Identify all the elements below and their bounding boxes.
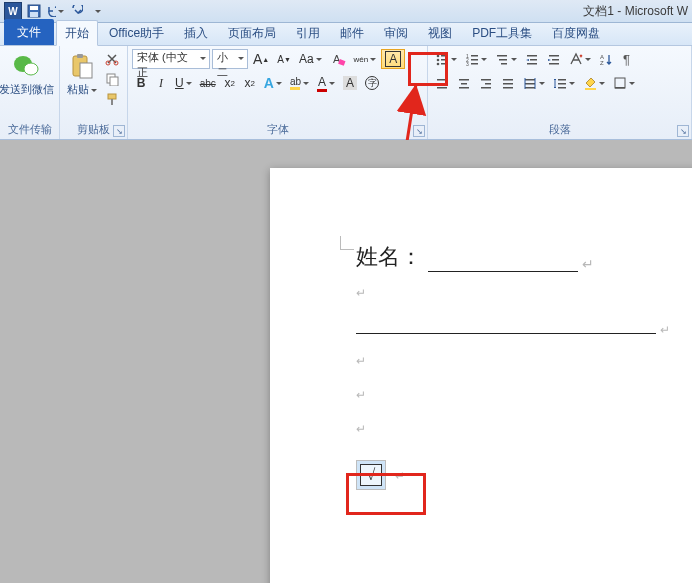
name-label: 姓名： <box>356 242 422 272</box>
align-right-button[interactable] <box>476 73 496 93</box>
multilevel-list-button[interactable] <box>492 49 520 69</box>
svg-rect-2 <box>30 12 38 17</box>
sort-button[interactable]: AZ <box>596 49 616 69</box>
svg-rect-32 <box>530 59 537 61</box>
svg-rect-46 <box>481 79 491 81</box>
superscript-button[interactable]: x2 <box>241 73 259 93</box>
font-color-button[interactable]: A <box>314 73 338 93</box>
svg-rect-47 <box>485 83 491 85</box>
tab-pdf-tools[interactable]: PDF工具集 <box>463 20 541 45</box>
phonetic-guide-button[interactable]: wén <box>351 49 380 69</box>
svg-rect-7 <box>80 63 92 78</box>
align-distribute-button[interactable] <box>520 73 548 93</box>
show-marks-button[interactable]: ¶ <box>618 49 638 69</box>
copy-button[interactable] <box>102 69 122 89</box>
underline-button[interactable]: U <box>172 73 195 93</box>
svg-rect-30 <box>501 63 507 65</box>
character-border-button[interactable]: A <box>381 49 405 69</box>
highlight-color-button[interactable]: ab <box>287 73 312 93</box>
tab-review[interactable]: 审阅 <box>375 20 417 45</box>
shrink-font-button[interactable]: A▼ <box>274 49 294 69</box>
numbering-button[interactable]: 123 <box>462 49 490 69</box>
svg-rect-51 <box>503 87 513 89</box>
rule-line: ↵ <box>356 320 692 340</box>
svg-rect-25 <box>471 59 478 61</box>
tab-mailings[interactable]: 邮件 <box>331 20 373 45</box>
svg-rect-59 <box>615 78 625 88</box>
shading-button[interactable] <box>580 73 608 93</box>
document-page[interactable]: 姓名： ↵ ↵ ↵ ↵ ↵ ↵ √ ↵ <box>270 168 692 583</box>
tab-office-assistant[interactable]: Office助手 <box>100 20 173 45</box>
svg-rect-34 <box>549 55 559 57</box>
quick-access-toolbar: W <box>0 2 106 20</box>
svg-point-20 <box>437 63 440 66</box>
svg-rect-42 <box>437 87 447 89</box>
qat-customize-icon[interactable] <box>88 2 106 20</box>
font-size-dropdown[interactable]: 小二 <box>212 49 248 69</box>
group-file-transfer: 发送到微信 文件传输 <box>0 46 60 139</box>
align-center-button[interactable] <box>454 73 474 93</box>
svg-rect-41 <box>437 83 443 85</box>
brush-icon <box>105 92 119 106</box>
svg-point-18 <box>437 59 440 62</box>
tab-insert[interactable]: 插入 <box>175 20 217 45</box>
content-control-checkbox[interactable]: √ <box>356 460 386 490</box>
svg-point-16 <box>437 55 440 58</box>
format-painter-button[interactable] <box>102 89 122 109</box>
pilcrow-icon: ¶ <box>621 52 635 66</box>
inc-indent-icon <box>547 52 561 66</box>
strikethrough-button[interactable]: abc <box>197 73 219 93</box>
change-case-button[interactable]: Aa <box>296 49 325 69</box>
clipboard-launcher[interactable]: ↘ <box>113 125 125 137</box>
grow-font-button[interactable]: A▲ <box>250 49 272 69</box>
line-spacing-button[interactable] <box>550 73 578 93</box>
svg-rect-48 <box>481 87 491 89</box>
svg-rect-54 <box>525 87 535 89</box>
align-justify-button[interactable] <box>498 73 518 93</box>
tab-page-layout[interactable]: 页面布局 <box>219 20 285 45</box>
borders-button[interactable] <box>610 73 638 93</box>
document-workspace: 姓名： ↵ ↵ ↵ ↵ ↵ ↵ √ ↵ <box>0 140 692 583</box>
font-name-dropdown[interactable]: 宋体 (中文正 <box>132 49 210 69</box>
bullets-button[interactable] <box>432 49 460 69</box>
tab-view[interactable]: 视图 <box>419 20 461 45</box>
asian-layout-button[interactable] <box>566 49 594 69</box>
line-name: 姓名： ↵ <box>356 242 692 272</box>
save-icon[interactable] <box>25 2 43 20</box>
svg-rect-31 <box>527 55 537 57</box>
tab-references[interactable]: 引用 <box>287 20 329 45</box>
align-left-button[interactable] <box>432 73 452 93</box>
group-clipboard: 粘贴 剪贴板 ↘ <box>60 46 128 139</box>
svg-text:Z: Z <box>600 60 604 66</box>
paragraph-launcher[interactable]: ↘ <box>677 125 689 137</box>
svg-rect-13 <box>111 99 113 105</box>
empty-para-3: ↵ <box>356 388 692 408</box>
clear-formatting-button[interactable]: A <box>327 49 349 69</box>
empty-para-4: ↵ <box>356 422 692 442</box>
group-label-paragraph: 段落 <box>432 121 687 139</box>
tab-home[interactable]: 开始 <box>56 20 98 46</box>
font-launcher[interactable]: ↘ <box>413 125 425 137</box>
increase-indent-button[interactable] <box>544 49 564 69</box>
svg-rect-1 <box>30 6 38 10</box>
redo-icon[interactable] <box>67 2 85 20</box>
borders-icon <box>613 76 627 90</box>
send-to-wechat-button[interactable]: 发送到微信 <box>4 49 48 100</box>
empty-para-2: ↵ <box>356 354 692 374</box>
italic-button[interactable]: I <box>152 73 170 93</box>
svg-rect-57 <box>558 87 566 89</box>
enclose-characters-button[interactable]: 字 <box>362 73 382 93</box>
app-icon[interactable]: W <box>4 2 22 20</box>
svg-rect-43 <box>459 79 469 81</box>
text-effects-button[interactable]: A <box>261 73 285 93</box>
tab-baidu-netdisk[interactable]: 百度网盘 <box>543 20 609 45</box>
cut-button[interactable] <box>102 49 122 69</box>
decrease-indent-button[interactable] <box>522 49 542 69</box>
paste-button[interactable]: 粘贴 <box>64 49 100 100</box>
svg-rect-21 <box>441 63 448 65</box>
svg-rect-6 <box>77 54 83 58</box>
copy-icon <box>105 72 119 86</box>
undo-icon[interactable] <box>46 2 64 20</box>
tab-file[interactable]: 文件 <box>4 19 54 45</box>
character-shading-button[interactable]: A <box>340 73 360 93</box>
